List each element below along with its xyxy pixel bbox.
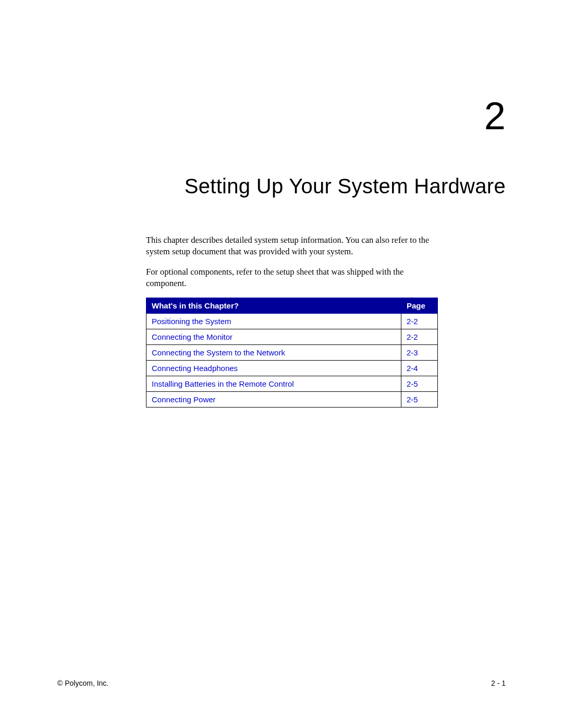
toc-link[interactable]: Connecting Headphones bbox=[146, 361, 401, 376]
toc-link[interactable]: Connecting the System to the Network bbox=[146, 345, 401, 361]
toc-page[interactable]: 2-2 bbox=[401, 329, 438, 345]
table-row: Positioning the System 2-2 bbox=[146, 314, 438, 329]
table-row: Connecting Power 2-5 bbox=[146, 392, 438, 408]
footer-page-number: 2 - 1 bbox=[491, 679, 506, 687]
footer-copyright: © Polycom, Inc. bbox=[57, 679, 108, 687]
toc-page[interactable]: 2-2 bbox=[401, 314, 438, 329]
toc-link[interactable]: Connecting the Monitor bbox=[146, 329, 401, 345]
intro-paragraph-1: This chapter describes detailed system s… bbox=[146, 235, 438, 258]
table-header-row: What's in this Chapter? Page bbox=[146, 298, 438, 314]
toc-page[interactable]: 2-4 bbox=[401, 361, 438, 376]
chapter-number: 2 bbox=[146, 94, 506, 138]
toc-page[interactable]: 2-5 bbox=[401, 392, 438, 408]
intro-paragraph-2: For optional components, refer to the se… bbox=[146, 266, 438, 290]
page-footer: © Polycom, Inc. 2 - 1 bbox=[57, 679, 506, 687]
toc-page[interactable]: 2-3 bbox=[401, 345, 438, 361]
chapter-contents-table: What's in this Chapter? Page Positioning… bbox=[146, 298, 438, 408]
document-page: 2 Setting Up Your System Hardware This c… bbox=[0, 0, 563, 408]
toc-link[interactable]: Installing Batteries in the Remote Contr… bbox=[146, 376, 401, 392]
chapter-title: Setting Up Your System Hardware bbox=[146, 175, 506, 198]
toc-page[interactable]: 2-5 bbox=[401, 376, 438, 392]
table-row: Connecting Headphones 2-4 bbox=[146, 361, 438, 376]
table-row: Connecting the Monitor 2-2 bbox=[146, 329, 438, 345]
table-row: Installing Batteries in the Remote Contr… bbox=[146, 376, 438, 392]
toc-link[interactable]: Connecting Power bbox=[146, 392, 401, 408]
table-header-page: Page bbox=[401, 298, 438, 314]
table-header-title: What's in this Chapter? bbox=[146, 298, 401, 314]
table-row: Connecting the System to the Network 2-3 bbox=[146, 345, 438, 361]
toc-link[interactable]: Positioning the System bbox=[146, 314, 401, 329]
